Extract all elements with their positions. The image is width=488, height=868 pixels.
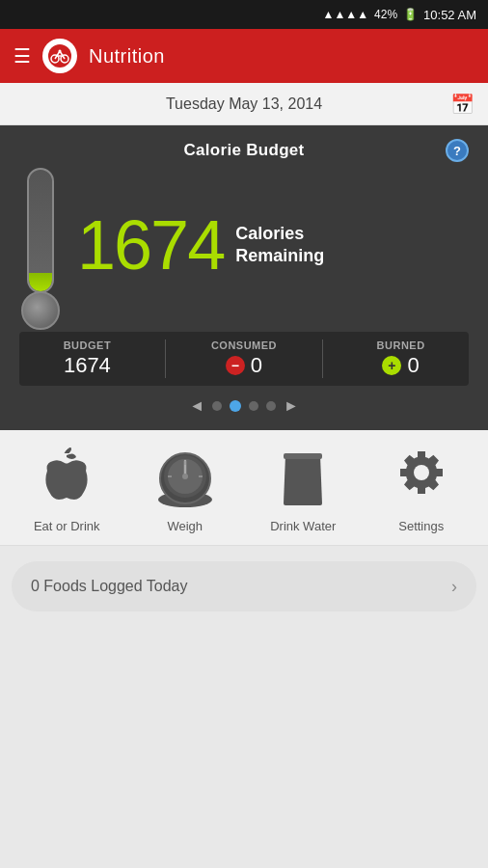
quick-actions: Eat or Drink Weigh [0, 430, 488, 546]
apple-icon [34, 446, 99, 511]
cup-icon [270, 446, 336, 511]
minus-button[interactable]: − [226, 356, 245, 375]
signal-icon: ▲▲▲▲ [323, 8, 369, 21]
status-icons: ▲▲▲▲ 42% 🔋 10:52 AM [323, 8, 476, 22]
calories-remaining-number: 1674 [77, 210, 224, 280]
pagination: ◄ ► [19, 397, 469, 420]
gear-icon [389, 446, 454, 511]
app-header: ☰ Nutrition [0, 29, 488, 83]
consumed-label: CONSUMED [211, 339, 277, 351]
thermo-body [27, 168, 54, 293]
gear-svg [391, 448, 452, 509]
date-bar: Tuesday May 13, 2014 📅 [0, 83, 488, 125]
consumed-value-row: − 0 [226, 353, 262, 378]
svg-rect-13 [284, 453, 322, 459]
thermo-bulb [21, 291, 60, 330]
plus-button[interactable]: + [382, 356, 401, 375]
burned-col: BURNED + 0 [363, 339, 440, 378]
burned-label: BURNED [377, 339, 425, 351]
scale-icon [152, 446, 218, 511]
calorie-widget: Calorie Budget ? 1674 CaloriesRemaining … [0, 125, 488, 430]
dot-4[interactable] [266, 401, 276, 411]
budget-value: 1674 [64, 353, 111, 378]
cup-svg [278, 448, 328, 509]
eat-or-drink-button[interactable]: Eat or Drink [28, 446, 105, 533]
dot-1[interactable] [212, 401, 222, 411]
settings-label: Settings [398, 519, 444, 533]
divider2 [322, 339, 323, 378]
drink-water-label: Drink Water [270, 519, 336, 533]
settings-button[interactable]: Settings [383, 446, 460, 533]
calendar-icon[interactable]: 📅 [450, 93, 474, 116]
drink-water-button[interactable]: Drink Water [264, 446, 341, 533]
time-display: 10:52 AM [423, 8, 476, 22]
battery-text: 42% [374, 8, 397, 21]
info-button[interactable]: ? [446, 139, 469, 162]
burned-value-row: + 0 [382, 353, 419, 378]
budget-value-row: 1674 [64, 353, 111, 378]
divider1 [165, 339, 166, 378]
budget-row: BUDGET 1674 CONSUMED − 0 BURNED + 0 [19, 332, 469, 386]
consumed-col: CONSUMED − 0 [205, 339, 283, 378]
menu-icon[interactable]: ☰ [14, 44, 31, 68]
app-title: Nutrition [89, 45, 165, 68]
svg-point-3 [59, 50, 62, 53]
thermo-fill [29, 273, 52, 291]
dot-2[interactable] [230, 400, 241, 412]
thermometer [19, 168, 62, 322]
widget-title: Calorie Budget [183, 141, 304, 160]
date-display: Tuesday May 13, 2014 [166, 95, 322, 113]
chevron-right-icon: › [451, 577, 457, 597]
foods-logged-text: 0 Foods Logged Today [31, 578, 188, 595]
scale-svg [154, 448, 216, 509]
calorie-info: 1674 CaloriesRemaining [77, 210, 469, 280]
budget-label: BUDGET [64, 339, 111, 351]
weigh-label: Weigh [167, 519, 203, 533]
calories-remaining-label: CaloriesRemaining [235, 223, 324, 268]
svg-point-9 [182, 474, 188, 479]
prev-arrow-icon[interactable]: ◄ [189, 397, 204, 415]
bike-logo-icon [47, 43, 72, 68]
foods-logged-row[interactable]: 0 Foods Logged Today › [12, 561, 476, 611]
budget-col: BUDGET 1674 [48, 339, 125, 378]
status-bar: ▲▲▲▲ 42% 🔋 10:52 AM [0, 0, 488, 29]
widget-main: 1674 CaloriesRemaining [19, 168, 469, 322]
svg-point-14 [414, 465, 429, 480]
next-arrow-icon[interactable]: ► [284, 397, 299, 415]
battery-icon: 🔋 [403, 8, 418, 21]
consumed-value: 0 [251, 353, 262, 378]
apple-svg [38, 448, 95, 509]
weigh-button[interactable]: Weigh [147, 446, 224, 533]
app-logo [42, 39, 77, 73]
eat-or-drink-label: Eat or Drink [34, 519, 100, 533]
burned-value: 0 [407, 353, 419, 378]
dot-3[interactable] [249, 401, 258, 411]
widget-header: Calorie Budget ? [19, 141, 469, 160]
